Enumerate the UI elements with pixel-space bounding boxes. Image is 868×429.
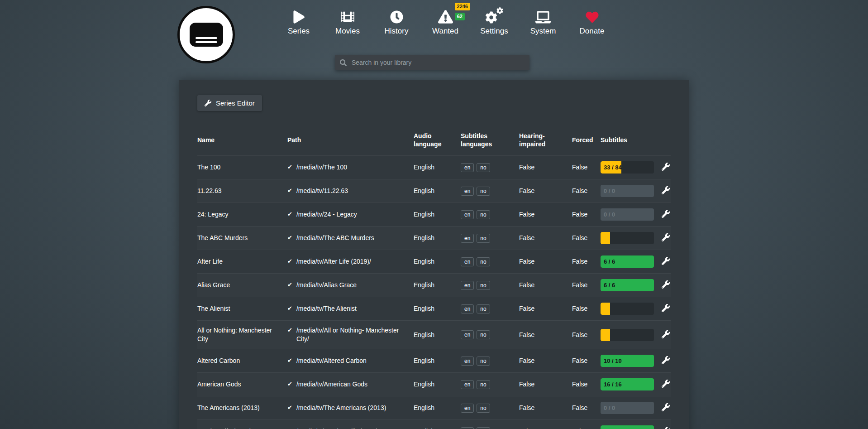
wrench-icon	[662, 280, 670, 289]
series-name[interactable]: The Americans (2013)	[197, 404, 287, 412]
audio-language-value: English	[414, 210, 461, 219]
table-row: The ABC Murders ✔ /media/tv/The ABC Murd…	[197, 226, 671, 250]
hearing-impaired-value: False	[519, 187, 572, 195]
check-icon: ✔	[287, 163, 292, 172]
edit-series-button[interactable]	[661, 162, 671, 172]
hearing-impaired-value: False	[519, 257, 572, 266]
progress-fill	[601, 232, 610, 244]
header-audio-language: Audio language	[414, 132, 461, 148]
nav-item-series[interactable]: Series	[281, 7, 316, 36]
series-name[interactable]: 11.22.63	[197, 187, 287, 195]
series-path-text: /media/tv/The Alienist	[296, 304, 357, 313]
subtitle-language-badge: en	[461, 163, 474, 172]
series-path-text: /media/tv/The ABC Murders	[296, 234, 374, 242]
edit-series-button[interactable]	[661, 426, 671, 429]
series-name[interactable]: The Alienist	[197, 304, 287, 313]
series-name[interactable]: Alias Grace	[197, 281, 287, 289]
table-row: After Life ✔ /media/tv/After Life (2019)…	[197, 250, 671, 273]
edit-series-button[interactable]	[661, 209, 671, 219]
forced-value: False	[572, 281, 601, 289]
series-path-text: /media/tv/All or Nothing- Manchester Cit…	[296, 326, 407, 343]
subtitle-language-badge: no	[477, 210, 490, 219]
progress-label: 0 / 0	[604, 208, 615, 221]
search-input[interactable]	[351, 58, 525, 67]
header-subtitles: Subtitles	[601, 136, 654, 144]
series-name[interactable]: After Life	[197, 257, 287, 266]
series-table: Name Path Audio language Subtitles langu…	[197, 129, 671, 429]
progress-label: 0 / 0	[604, 185, 615, 197]
edit-series-button[interactable]	[661, 280, 671, 289]
series-name[interactable]: Another Life (2019)	[197, 427, 287, 429]
series-path-text: /media/tv/Another Life (2019)	[296, 427, 378, 429]
app-window: Series Movies History 2246 62	[0, 0, 868, 429]
edit-series-button[interactable]	[661, 379, 671, 389]
check-icon: ✔	[287, 304, 292, 313]
series-path: ✔ /media/tv/24 - Legacy	[287, 210, 414, 219]
hearing-impaired-value: False	[519, 163, 572, 172]
hearing-impaired-value: False	[519, 331, 572, 339]
series-path: ✔ /media/tv/The Americans (2013)	[287, 404, 414, 412]
wrench-icon	[662, 427, 670, 429]
search-icon	[340, 59, 347, 66]
series-path-text: /media/tv/The 100	[296, 163, 347, 172]
nav-item-movies[interactable]: Movies	[330, 7, 365, 36]
subtitle-language-badge: no	[477, 357, 490, 366]
series-editor-button[interactable]: Series Editor	[197, 95, 262, 111]
nav-label: Series	[288, 27, 310, 36]
series-name[interactable]: 24: Legacy	[197, 210, 287, 219]
subtitles-progress-bar: 33 / 84	[601, 161, 654, 174]
series-path: ✔ /media/tv/All or Nothing- Manchester C…	[287, 326, 414, 343]
nav-item-settings[interactable]: Settings	[477, 7, 512, 36]
audio-language-value: English	[414, 163, 461, 172]
forced-value: False	[572, 234, 601, 242]
series-name[interactable]: The ABC Murders	[197, 234, 287, 242]
hearing-impaired-value: False	[519, 304, 572, 313]
nav-item-history[interactable]: History	[379, 7, 414, 36]
forced-value: False	[572, 427, 601, 429]
subtitles-progress-bar	[601, 232, 654, 244]
edit-series-button[interactable]	[661, 402, 671, 412]
forced-value: False	[572, 331, 601, 339]
subtitles-languages-value: enno	[461, 210, 519, 219]
heart-icon	[585, 7, 599, 24]
nav-item-wanted[interactable]: 2246 62 Wanted	[428, 7, 463, 36]
edit-series-button[interactable]	[661, 185, 671, 195]
series-name[interactable]: American Gods	[197, 380, 287, 389]
subtitle-language-badge: en	[461, 357, 474, 366]
subtitle-language-badge: no	[477, 380, 490, 389]
check-icon: ✔	[287, 187, 292, 195]
warning-triangle-icon	[438, 7, 453, 24]
play-icon	[293, 7, 305, 24]
series-name[interactable]: The 100	[197, 163, 287, 172]
subtitles-languages-value: enno	[461, 357, 519, 366]
subtitle-language-badge: no	[477, 404, 490, 413]
series-path-text: /media/tv/The Americans (2013)	[296, 404, 386, 412]
subtitle-language-badge: no	[477, 427, 490, 429]
check-icon: ✔	[287, 210, 292, 219]
edit-series-button[interactable]	[661, 303, 671, 313]
wrench-icon	[662, 356, 670, 364]
edit-series-button[interactable]	[661, 256, 671, 266]
header-forced: Forced	[572, 136, 601, 144]
edit-series-button[interactable]	[661, 355, 671, 365]
nav-item-donate[interactable]: Donate	[574, 7, 610, 36]
app-logo[interactable]	[177, 6, 235, 63]
series-path-text: /media/tv/American Gods	[296, 380, 367, 389]
table-row: Alias Grace ✔ /media/tv/Alias Grace Engl…	[197, 273, 671, 297]
series-name[interactable]: All or Nothing: Manchester City	[197, 326, 287, 343]
subtitle-language-badge: en	[461, 304, 474, 313]
edit-series-button[interactable]	[661, 232, 671, 242]
nav-item-system[interactable]: System	[525, 7, 561, 36]
series-path: ✔ /media/tv/The ABC Murders	[287, 234, 414, 242]
subtitles-progress-bar: 10 / 10	[601, 425, 654, 429]
check-icon: ✔	[287, 357, 292, 365]
audio-language-value: English	[414, 187, 461, 195]
nav-label: Donate	[580, 27, 605, 36]
forced-value: False	[572, 210, 601, 219]
edit-series-button[interactable]	[661, 329, 671, 339]
hearing-impaired-value: False	[519, 234, 572, 242]
series-name[interactable]: Altered Carbon	[197, 357, 287, 365]
wanted-count-badge: 2246	[455, 3, 470, 10]
subtitles-languages-value: enno	[461, 257, 519, 266]
series-path: ✔ /media/tv/Alias Grace	[287, 281, 414, 289]
